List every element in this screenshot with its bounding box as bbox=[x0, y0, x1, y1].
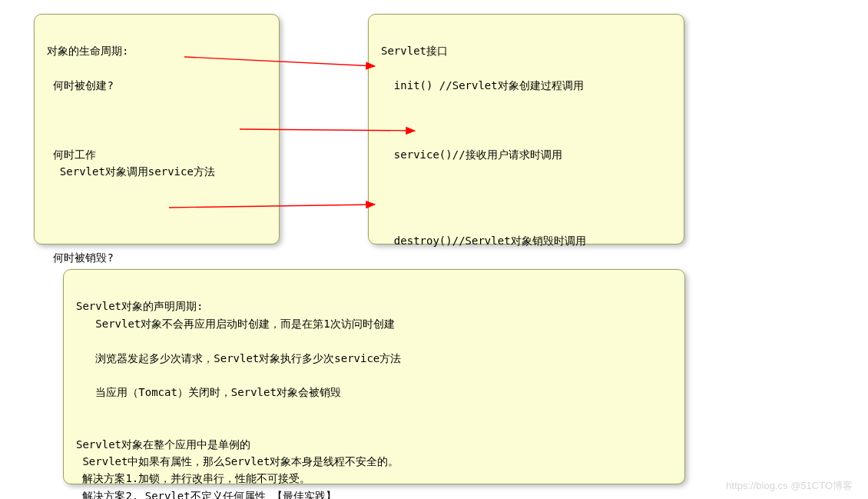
box2-init: init() //Servlet对象创建过程调用 bbox=[394, 79, 584, 91]
box1-q2-body: Servlet对象调用service方法 bbox=[60, 165, 215, 178]
box1-q2-label: 何时工作 bbox=[53, 148, 96, 161]
lifecycle-summary-box: Servlet对象的声明周期: Servlet对象不会再应用启动时创建，而是在第… bbox=[63, 269, 685, 484]
box3-header1: Servlet对象的声明周期: bbox=[76, 300, 203, 312]
box3-p2-line2: 解决方案1.加锁，并行改串行，性能不可接受。 bbox=[82, 472, 310, 484]
box2-title: Servlet接口 bbox=[381, 45, 448, 57]
box3-p2-line3: 解决方案2. Servlet不定义任何属性 【最佳实践】 bbox=[82, 490, 336, 499]
servlet-interface-box: Servlet接口 init() //Servlet对象创建过程调用 servi… bbox=[368, 14, 684, 245]
box1-q3: 何时被销毁? bbox=[53, 251, 113, 264]
box3-p1-line1: Servlet对象不会再应用启动时创建，而是在第1次访问时创建 bbox=[95, 318, 394, 330]
box3-p1-line2: 浏览器发起多少次请求，Servlet对象执行多少次service方法 bbox=[95, 352, 401, 364]
box3-header2: Servlet对象在整个应用中是单例的 bbox=[76, 438, 250, 451]
box2-service: service()//接收用户请求时调用 bbox=[394, 148, 562, 161]
watermark-text: https://blog.cs @51CTO博客 bbox=[726, 479, 853, 493]
box2-destroy: destroy()//Servlet对象销毁时调用 bbox=[394, 235, 586, 247]
box1-title: 对象的生命周期: bbox=[47, 45, 128, 57]
box3-p2-line1: Servlet中如果有属性，那么Servlet对象本身是线程不安全的。 bbox=[82, 455, 399, 467]
box3-p1-line3: 当应用（Tomcat）关闭时，Servlet对象会被销毁 bbox=[95, 386, 341, 398]
box1-q1: 何时被创建? bbox=[53, 79, 113, 91]
lifecycle-questions-box: 对象的生命周期: 何时被创建? 何时工作 Servlet对象调用service方… bbox=[34, 14, 280, 245]
